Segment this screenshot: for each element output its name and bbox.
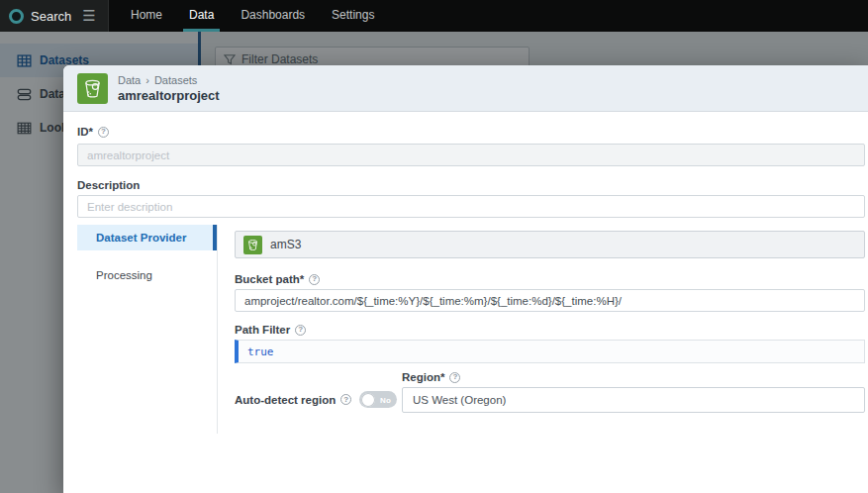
menu-icon[interactable]: ☰ xyxy=(82,0,95,32)
tab-dataset-provider[interactable]: Dataset Provider xyxy=(77,225,217,250)
toggle-knob xyxy=(361,393,375,407)
provider-select[interactable]: amS3 xyxy=(235,231,865,258)
path-filter-editor[interactable]: true xyxy=(235,340,865,363)
help-icon[interactable] xyxy=(340,394,351,405)
brand-title: Search xyxy=(31,9,71,24)
s3-bucket-icon xyxy=(243,236,262,254)
region-row: Auto-detect region No Region* xyxy=(235,371,865,413)
modal-title: amrealtorproject xyxy=(118,88,220,103)
modal-header: Data › Datasets amrealtorproject xyxy=(63,65,868,112)
modal-body: ID* Description Dataset Provider Process… xyxy=(63,126,868,434)
top-nav: Home Data Dashboards Settings xyxy=(109,0,395,32)
help-icon[interactable] xyxy=(449,372,460,383)
path-filter-label: Path Filter xyxy=(235,324,290,336)
region-label-row: Region* xyxy=(402,371,865,383)
nav-data[interactable]: Data xyxy=(183,0,220,32)
description-label: Description xyxy=(77,179,140,191)
path-filter-label-row: Path Filter xyxy=(235,324,865,336)
breadcrumb-datasets[interactable]: Datasets xyxy=(154,74,197,86)
id-label: ID* xyxy=(77,126,93,138)
nav-home[interactable]: Home xyxy=(125,0,168,32)
dataset-modal: Data › Datasets amrealtorproject ID* Des… xyxy=(63,65,868,493)
help-icon[interactable] xyxy=(98,127,109,138)
auto-detect-group: Auto-detect region No xyxy=(235,391,402,408)
region-group: Region* US West (Oregon) xyxy=(402,371,865,413)
provider-name: amS3 xyxy=(270,238,301,251)
modal-heading: Data › Datasets amrealtorproject xyxy=(118,74,220,103)
id-label-row: ID* xyxy=(77,126,865,138)
help-icon[interactable] xyxy=(295,325,306,336)
region-select[interactable]: US West (Oregon) xyxy=(402,387,865,413)
id-input[interactable] xyxy=(77,144,865,166)
toggle-state-label: No xyxy=(380,395,391,404)
provider-section: Dataset Provider Processing xyxy=(77,225,865,434)
bucket-path-label: Bucket path* xyxy=(235,273,304,285)
help-icon[interactable] xyxy=(309,274,320,285)
modal-tab-list: Dataset Provider Processing xyxy=(77,225,218,434)
auto-detect-label: Auto-detect region xyxy=(235,394,336,406)
description-label-row: Description xyxy=(77,179,865,191)
screen: Search ☰ Home Data Dashboards Settings D… xyxy=(0,0,868,493)
region-label: Region* xyxy=(402,371,444,383)
breadcrumb-separator: › xyxy=(145,74,149,86)
path-filter-value: true xyxy=(247,345,274,358)
breadcrumb-data[interactable]: Data xyxy=(118,74,141,86)
topbar: Search ☰ Home Data Dashboards Settings xyxy=(0,0,868,32)
nav-dashboards[interactable]: Dashboards xyxy=(235,0,311,32)
tab-processing[interactable]: Processing xyxy=(77,262,217,288)
s3-bucket-icon xyxy=(77,73,108,104)
breadcrumb: Data › Datasets xyxy=(118,74,220,86)
provider-form: amS3 Bucket path* Path Filter true xyxy=(235,225,865,434)
nav-settings[interactable]: Settings xyxy=(326,0,380,32)
auto-detect-toggle[interactable]: No xyxy=(359,391,397,408)
bucket-path-label-row: Bucket path* xyxy=(235,273,865,285)
brand-area: Search ☰ xyxy=(0,0,109,32)
description-input[interactable] xyxy=(77,195,865,218)
bucket-path-input[interactable] xyxy=(235,289,865,312)
logo-icon xyxy=(9,9,24,24)
region-value: US West (Oregon) xyxy=(413,394,506,406)
